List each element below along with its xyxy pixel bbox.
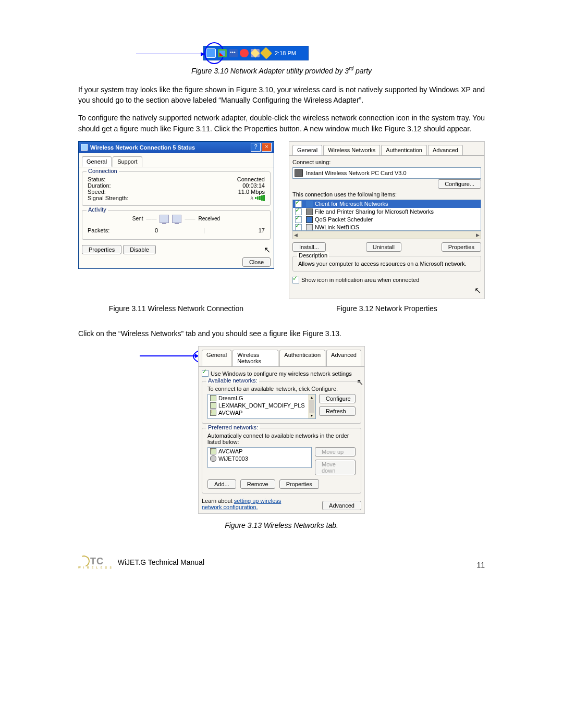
connect-using-label: Connect using: bbox=[292, 159, 481, 165]
qos-icon bbox=[306, 216, 313, 223]
footer-title: WiJET.G Technical Manual bbox=[118, 558, 204, 566]
signal-strength-icon: ጰ bbox=[250, 195, 265, 201]
figure-3-10: 2:18 PM bbox=[78, 42, 485, 63]
speed-value: 11.0 Mbps bbox=[238, 189, 265, 195]
scrollbar[interactable]: ◀▶ bbox=[292, 231, 481, 239]
packets-received: 17 bbox=[239, 227, 265, 233]
available-networks-label: Available networks: bbox=[206, 377, 259, 384]
learn-about-label: Learn about bbox=[202, 498, 234, 504]
tab-advanced[interactable]: Advanced bbox=[326, 350, 361, 366]
clock-label: 2:18 PM bbox=[275, 50, 296, 56]
help-button[interactable]: ? bbox=[251, 143, 261, 152]
duration-value: 00:03:14 bbox=[242, 182, 265, 189]
printer-icon bbox=[306, 208, 313, 215]
monitor-icon bbox=[172, 215, 181, 223]
list-item: AVCWAP bbox=[208, 409, 315, 416]
list-item: LEXMARK_DONT_MODIFY_PLS bbox=[208, 402, 315, 409]
list-item: WiJET0003 bbox=[208, 455, 311, 462]
network-card-icon bbox=[295, 169, 303, 177]
antenna-icon bbox=[210, 402, 216, 409]
packets-sent: 0 bbox=[143, 227, 169, 233]
paragraph: To configure the natively supported netw… bbox=[78, 113, 485, 134]
tab-general[interactable]: General bbox=[292, 145, 322, 155]
preferred-hint: Automatically connect to available netwo… bbox=[207, 433, 356, 445]
figure-3-12-caption: Figure 3.12 Network Properties bbox=[289, 304, 485, 313]
list-item: Client for Microsoft Networks bbox=[293, 200, 481, 208]
arrow-icon bbox=[140, 355, 198, 356]
close-button[interactable]: × bbox=[262, 143, 272, 152]
tab-general[interactable]: General bbox=[82, 156, 112, 167]
received-label: Received bbox=[198, 216, 220, 221]
close-button[interactable]: Close bbox=[242, 257, 271, 267]
arrow-icon bbox=[136, 54, 204, 54]
tray-icon[interactable] bbox=[240, 49, 249, 57]
properties-button[interactable]: Properties bbox=[279, 479, 319, 489]
client-icon bbox=[306, 201, 313, 207]
system-tray: 2:18 PM bbox=[203, 46, 309, 60]
tab-authentication[interactable]: Authentication bbox=[279, 350, 325, 366]
paragraph: If your system tray looks like the figur… bbox=[78, 84, 485, 106]
checkbox-icon[interactable] bbox=[295, 224, 302, 231]
move-up-button[interactable]: Move up bbox=[315, 447, 356, 456]
tab-wireless-networks[interactable]: Wireless Networks bbox=[232, 350, 278, 366]
disable-button[interactable]: Disable bbox=[123, 245, 156, 254]
tab-support[interactable]: Support bbox=[113, 156, 142, 167]
properties-button[interactable]: Properties bbox=[442, 242, 481, 252]
scrollbar[interactable]: ▴▾ bbox=[308, 394, 315, 418]
add-button[interactable]: Add... bbox=[207, 479, 236, 489]
group-connection-label: Connection bbox=[87, 168, 119, 174]
figure-3-11-caption: Figure 3.11 Wireless Network Connection bbox=[78, 304, 274, 313]
figure-3-10-caption: Figure 3.10 Network Adapter utility prov… bbox=[78, 66, 485, 75]
protocol-icon bbox=[306, 224, 313, 231]
use-windows-label: Use Windows to configure my wireless net… bbox=[211, 371, 352, 377]
figure-3-13-caption: Figure 3.13 Wireless Networks tab. bbox=[78, 521, 485, 529]
tab-general[interactable]: General bbox=[202, 350, 231, 366]
list-item: QoS Packet Scheduler bbox=[293, 216, 481, 224]
refresh-button[interactable]: Refresh bbox=[319, 406, 356, 416]
tray-icon[interactable] bbox=[260, 47, 272, 59]
status-value: Connected bbox=[237, 176, 265, 182]
show-icon-label: Show icon in notification area when conn… bbox=[301, 277, 419, 283]
list-item: File and Printer Sharing for Microsoft N… bbox=[293, 208, 481, 216]
available-networks-list[interactable]: DreamLG LEXMARK_DONT_MODIFY_PLS AVCWAP ▴… bbox=[207, 394, 316, 419]
secure-antenna-icon bbox=[210, 448, 216, 454]
list-item: DreamLG bbox=[208, 394, 315, 402]
tab-wireless-networks[interactable]: Wireless Networks bbox=[323, 145, 380, 155]
uninstall-button[interactable]: Uninstall bbox=[366, 242, 401, 252]
uses-items-label: This connection uses the following items… bbox=[292, 191, 481, 198]
list-item: AVCWAP bbox=[208, 448, 311, 455]
remove-button[interactable]: Remove bbox=[240, 479, 275, 489]
packets-label: Packets: bbox=[88, 227, 109, 233]
secure-antenna-icon bbox=[210, 410, 216, 416]
device-icon bbox=[210, 455, 216, 462]
tab-advanced[interactable]: Advanced bbox=[428, 145, 463, 155]
configure-button[interactable]: Configure bbox=[319, 394, 356, 403]
figure-3-11-window: Wireless Network Connection 5 Status ? ×… bbox=[78, 141, 274, 269]
description-text: Allows your computer to access resources… bbox=[298, 261, 475, 267]
items-listbox[interactable]: Client for Microsoft Networks File and P… bbox=[292, 200, 481, 231]
use-windows-checkbox[interactable] bbox=[202, 370, 209, 377]
preferred-networks-list[interactable]: AVCWAP WiJET0003 bbox=[207, 447, 312, 468]
cursor-icon: ↖ bbox=[474, 286, 481, 295]
group-activity-label: Activity bbox=[87, 206, 108, 213]
advanced-button[interactable]: Advanced bbox=[322, 501, 361, 510]
tab-authentication[interactable]: Authentication bbox=[381, 145, 427, 155]
install-button[interactable]: Install... bbox=[292, 242, 326, 252]
tray-icon[interactable] bbox=[229, 49, 238, 57]
preferred-networks-label: Preferred networks: bbox=[206, 424, 260, 430]
page-number: 11 bbox=[476, 561, 485, 569]
paragraph: Click on the “Wireless Networks” tab and… bbox=[78, 328, 485, 339]
configure-button[interactable]: Configure... bbox=[438, 179, 481, 189]
speed-label: Speed: bbox=[88, 189, 106, 195]
available-hint: To connect to an available network, clic… bbox=[207, 386, 356, 392]
duration-label: Duration: bbox=[88, 182, 111, 189]
window-title: Wireless Network Connection 5 Status bbox=[90, 144, 251, 151]
tray-icon[interactable] bbox=[251, 49, 260, 57]
show-icon-checkbox[interactable] bbox=[292, 277, 299, 283]
tray-icon[interactable] bbox=[218, 49, 227, 57]
description-label: Description bbox=[297, 252, 329, 258]
move-down-button[interactable]: Move down bbox=[315, 460, 356, 475]
signal-label: Signal Strength: bbox=[88, 195, 128, 201]
app-icon bbox=[81, 144, 88, 151]
properties-button[interactable]: Properties bbox=[82, 245, 121, 254]
